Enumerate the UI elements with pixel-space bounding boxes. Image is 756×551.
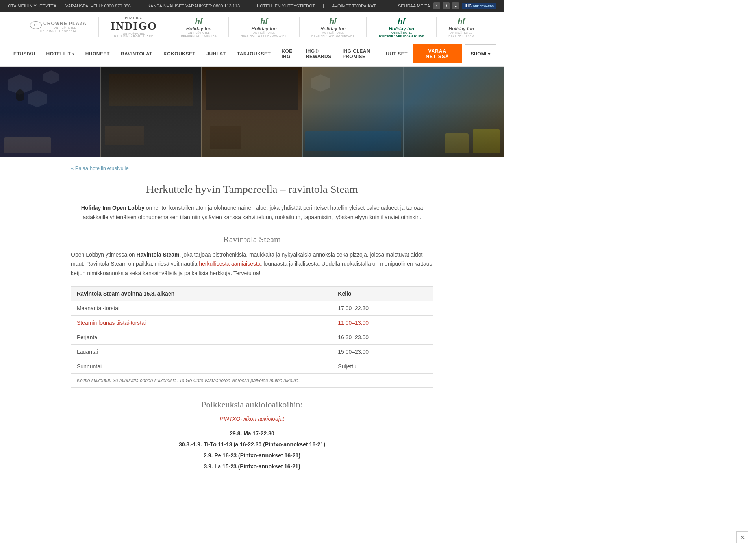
table-row-day: Sunnuntai xyxy=(71,359,332,373)
nav-kokoukset[interactable]: KOKOUKSET xyxy=(158,45,201,63)
logo-divider-3 xyxy=(228,17,229,37)
nav-hotellit[interactable]: HOTELLIT ▾ xyxy=(41,45,80,63)
lang-button[interactable]: SUOMI ▾ xyxy=(465,44,496,63)
exception-item: 30.8.-1.9. Ti-To 11-13 ja 16-22.30 (Pint… xyxy=(71,439,433,450)
logo-divider-6 xyxy=(436,17,437,37)
table-row-day: Perjantai xyxy=(71,330,332,344)
holiday-inn-4-logo[interactable]: hf Holiday Inn AN IHG® HOTEL TAMPERE · C… xyxy=(378,17,424,37)
nav-ihg-clean[interactable]: IHG CLEAN PROMISE xyxy=(337,42,380,66)
hero-panel-4 xyxy=(303,67,403,157)
table-header-col2: Kello xyxy=(332,286,433,301)
nav-koe-ihg[interactable]: KOE IHG xyxy=(276,42,300,66)
page-title: Herkuttele hyvin Tampereella – ravintola… xyxy=(71,183,433,196)
holiday2-sub: AN IHG® HOTEL xyxy=(253,31,275,34)
intro-bold: Holiday Inn Open Lobby xyxy=(81,205,145,211)
holiday5-icon: hf xyxy=(458,17,465,26)
furniture-overlay-4 xyxy=(303,103,403,157)
body-pre: Open Lobbyn ytimessä on xyxy=(71,251,137,258)
table-row-time: 16.30–23.00 xyxy=(332,330,433,344)
body-text: Open Lobbyn ytimessä on Ravintola Steam,… xyxy=(71,250,433,278)
logos-bar: ✦✦ CROWNE PLAZA AN IHG® HOTEL HELSINKI ·… xyxy=(0,12,504,42)
indigo-location: HELSINKI · BOULEVARD xyxy=(114,35,154,38)
nav-juhlat[interactable]: JUHLAT xyxy=(201,45,231,63)
holiday-inn-1-logo[interactable]: hf Holiday Inn AN IHG® HOTEL HELSINKI CI… xyxy=(181,17,217,37)
table-row-time: Suljettu xyxy=(332,359,433,373)
nav-ravintolat[interactable]: RAVINTOLAT xyxy=(115,45,158,63)
table-header-bold: 15.8. alkaen xyxy=(144,290,175,297)
table-footer: Keittiö sulkeutuu 30 minuuttia ennen sul… xyxy=(71,373,433,387)
holiday5-sub: AN IHG® HOTEL xyxy=(450,31,472,34)
hotel-contacts-link[interactable]: HOTELLIEN YHTEYSTIEDOT xyxy=(257,4,315,8)
holiday-inn-5-logo[interactable]: hf Holiday Inn AN IHG® HOTEL HELSINKI · … xyxy=(448,17,474,37)
holiday3-sub: AN IHG® HOTEL xyxy=(322,31,344,34)
facebook-icon[interactable]: f xyxy=(433,2,440,9)
hero-panel-2 xyxy=(101,67,201,157)
hero-panel-5 xyxy=(404,67,504,157)
intro-text: Holiday Inn Open Lobby on rento, konstai… xyxy=(71,203,433,222)
holiday1-text: Holiday Inn xyxy=(186,26,212,31)
instagram-icon[interactable]: ● xyxy=(452,2,459,9)
holiday5-loc: HELSINKI · EXPO xyxy=(448,34,474,37)
indigo-subtitle: AN IHG® HOTEL xyxy=(123,32,145,35)
holiday-inn-2-logo[interactable]: hf Holiday Inn AN IHG® HOTEL HELSINKI · … xyxy=(241,17,287,37)
indigo-word: INDIGO xyxy=(111,20,157,32)
exceptions-section: Poikkeuksia aukioloaikoihin: PINTXO-viik… xyxy=(71,399,433,472)
holiday-inn-3-logo[interactable]: hf Holiday Inn AN IHG® HOTEL HELSINKI · … xyxy=(311,17,354,37)
jobs-link[interactable]: AVOIMET TYÖPAIKAT xyxy=(332,4,376,8)
nav-tarjoukset[interactable]: TARJOUKSET xyxy=(232,45,276,63)
twitter-icon[interactable]: t xyxy=(443,2,450,9)
one-rewards-text: ONE REWARDS xyxy=(473,5,494,7)
hours-table: Ravintola Steam avoinna 15.8. alkaen Kel… xyxy=(71,286,433,388)
nav-links: ETUSIVU HOTELLIT ▾ HUONEET RAVINTOLAT KO… xyxy=(8,42,413,66)
nav-huoneet[interactable]: HUONEET xyxy=(80,45,115,63)
exception-item: 29.8. Ma 17-22.30 xyxy=(71,428,433,439)
holiday3-text: Holiday Inn xyxy=(320,26,346,31)
crowne-location: HELSINKI · HESPERIA xyxy=(40,30,76,33)
phone1-link[interactable]: VARAUSPALVELU: 0300 870 886 xyxy=(65,4,131,8)
lamp-shade xyxy=(16,89,24,101)
body-bold: Ravintola Steam xyxy=(137,251,180,258)
hex-deco-3 xyxy=(43,70,59,84)
holiday4-sub: AN IHG® HOTEL xyxy=(391,31,412,34)
table-header-col1: Ravintola Steam avoinna 15.8. alkaen xyxy=(71,286,332,301)
top-bar: OTA MEIHIN YHTEYTTÄ: VARAUSPALVELU: 0300… xyxy=(0,0,504,12)
furniture-overlay-3 xyxy=(202,103,302,157)
ihg-logo[interactable]: IHG ONE REWARDS xyxy=(462,3,496,9)
breakfast-link[interactable]: herkullisesta aamiaisesta xyxy=(199,261,260,267)
hotel-indigo-logo[interactable]: HOTEL INDIGO AN IHG® HOTEL HELSINKI · BO… xyxy=(111,16,157,38)
crowne-subtitle: AN IHG® HOTEL xyxy=(43,26,87,29)
navigation: ETUSIVU HOTELLIT ▾ HUONEET RAVINTOLAT KO… xyxy=(0,42,504,67)
hero-panel-3 xyxy=(202,67,302,157)
holiday1-sub: AN IHG® HOTEL xyxy=(188,31,210,34)
pintxo-link[interactable]: PINTXO-viikon aukioloajat xyxy=(71,416,433,422)
table-row-day: Steamin lounas tiistai-torstai xyxy=(71,315,332,330)
main-content: « Palaa hotellin etusivulle Herkuttele h… xyxy=(63,157,441,480)
nav-uutiset[interactable]: UUTISET xyxy=(380,45,413,63)
crowne-plaza-logo[interactable]: ✦✦ CROWNE PLAZA AN IHG® HOTEL HELSINKI ·… xyxy=(30,21,87,33)
crowne-name: CROWNE PLAZA xyxy=(43,21,87,26)
table-row-day: Lauantai xyxy=(71,344,332,359)
intl-link[interactable]: KANSAINVÄLISET VARAUKSET: 0800 113 113 xyxy=(148,4,240,8)
holiday4-icon: hf xyxy=(398,17,405,26)
holiday5-text: Holiday Inn xyxy=(448,26,474,31)
nav-etusivu[interactable]: ETUSIVU xyxy=(8,45,41,63)
holiday4-loc: TAMPERE · CENTRAL STATION xyxy=(378,34,424,37)
holiday2-loc: HELSINKI · WEST RUOHOLAHTI xyxy=(241,34,287,37)
holiday3-loc: HELSINKI · VANTAA AIRPORT xyxy=(311,34,354,37)
nav-ihg-rewards[interactable]: IHG® REWARDS xyxy=(300,42,337,66)
logo-divider-4 xyxy=(299,17,300,37)
table-header-pre: Ravintola Steam avoinna xyxy=(77,290,144,297)
exception-item: 3.9. La 15-23 (Pintxo-annokset 16-21) xyxy=(71,461,433,472)
back-link[interactable]: « Palaa hotellin etusivulle xyxy=(71,165,129,171)
nav-right: VARAA NETISSÄ SUOMI ▾ xyxy=(413,44,496,63)
lang-arrow: ▾ xyxy=(488,51,490,57)
contact-label: OTA MEIHIN YHTEYTTÄ: xyxy=(8,4,57,8)
bar-backdrop xyxy=(109,74,193,106)
table-row-time: 11.00–13.00 xyxy=(332,315,433,330)
holiday3-icon: hf xyxy=(329,17,337,26)
hero-image xyxy=(0,67,504,157)
book-button[interactable]: VARAA NETISSÄ xyxy=(413,44,462,63)
top-bar-left: OTA MEIHIN YHTEYTTÄ: VARAUSPALVELU: 0300… xyxy=(8,4,376,8)
ihg-text: IHG xyxy=(465,4,472,8)
exceptions-title: Poikkeuksia aukioloaikoihin: xyxy=(71,399,433,410)
